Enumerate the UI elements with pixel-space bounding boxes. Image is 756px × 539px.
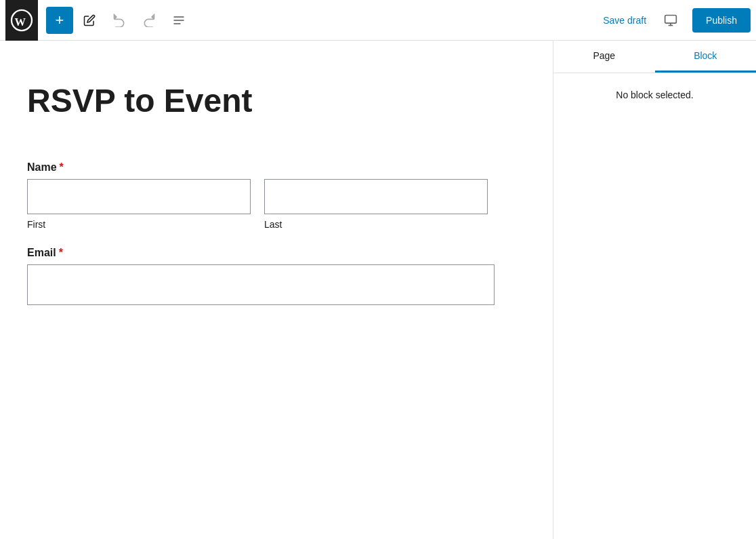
right-sidebar: Page Block No block selected. — [553, 41, 756, 539]
name-required-star: * — [60, 161, 64, 174]
page-title: RSVP to Event — [27, 81, 526, 121]
email-required-star: * — [59, 247, 63, 259]
svg-rect-5 — [665, 15, 677, 23]
sidebar-tabs: Page Block — [553, 41, 756, 73]
add-block-button[interactable]: + — [46, 7, 73, 34]
redo-button[interactable] — [135, 7, 163, 34]
last-name-wrapper — [264, 179, 488, 214]
email-field-group: Email * — [27, 247, 526, 305]
view-button[interactable] — [657, 7, 684, 34]
name-field-group: Name * First Last — [27, 161, 526, 231]
email-input[interactable] — [27, 264, 495, 305]
undo-button[interactable] — [106, 7, 133, 34]
last-name-hint: Last — [264, 218, 488, 231]
first-name-wrapper — [27, 179, 251, 214]
save-draft-button[interactable]: Save draft — [595, 9, 654, 31]
first-name-input[interactable] — [27, 179, 251, 214]
name-hints-row: First Last — [27, 218, 526, 231]
last-name-input[interactable] — [264, 179, 488, 214]
first-name-hint: First — [27, 218, 251, 231]
document-overview-button[interactable] — [165, 7, 192, 34]
email-label: Email * — [27, 247, 526, 259]
edit-button[interactable] — [76, 7, 103, 34]
sidebar-content: No block selected. — [553, 73, 756, 539]
tab-page[interactable]: Page — [553, 41, 655, 73]
email-label-text: Email — [27, 247, 56, 259]
name-label-text: Name — [27, 161, 57, 174]
name-label: Name * — [27, 161, 526, 174]
toolbar: W + Save draft — [0, 0, 756, 41]
no-block-selected-text: No block selected. — [616, 89, 693, 100]
editor-area: RSVP to Event Name * First Last — [0, 41, 553, 539]
svg-text:W: W — [15, 15, 26, 28]
main-area: RSVP to Event Name * First Last — [0, 41, 756, 539]
wordpress-logo[interactable]: W — [5, 0, 38, 41]
tab-block[interactable]: Block — [655, 41, 757, 73]
publish-button[interactable]: Publish — [692, 8, 751, 33]
name-fields-row — [27, 179, 526, 214]
